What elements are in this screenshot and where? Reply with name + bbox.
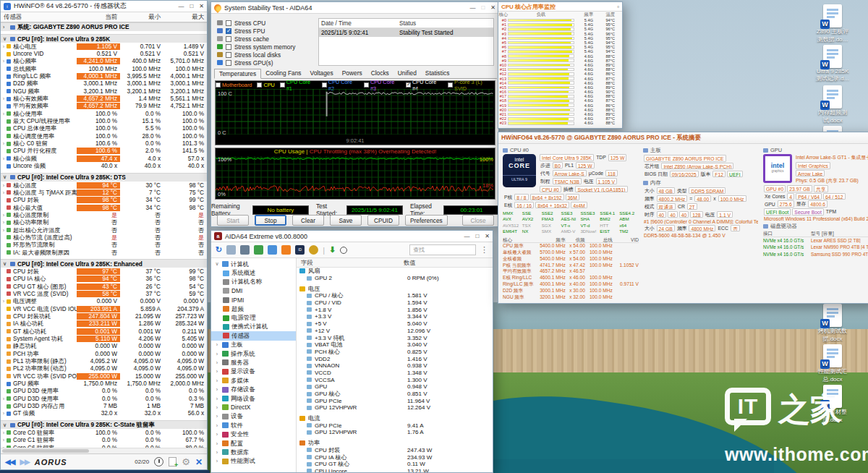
tree-item-0[interactable]: 系统概述 bbox=[211, 268, 296, 277]
gauge-icon[interactable] bbox=[309, 245, 318, 255]
legend-checkbox[interactable] bbox=[257, 82, 262, 88]
legend-item[interactable]: Motherboard bbox=[216, 82, 252, 88]
stress-option[interactable]: Stress GPU(s) bbox=[217, 59, 295, 67]
sensor-value-row[interactable]: +1.8 V1.856 V bbox=[297, 306, 493, 313]
stress-option[interactable]: Stress FPU bbox=[217, 27, 295, 35]
desktop-icon-word-doc[interactable]: WUltra 9 285K测试记录.d… bbox=[807, 45, 858, 82]
sensor-value-row[interactable]: VCCD1.348 V bbox=[297, 370, 493, 377]
cpuid-button[interactable]: CPUID bbox=[367, 215, 399, 226]
tree-item-主板[interactable]: ›主板 bbox=[211, 341, 296, 349]
legend-checkbox[interactable] bbox=[216, 82, 221, 88]
download-icon[interactable]: ⬇ bbox=[329, 245, 336, 255]
legend-item[interactable]: CPU Core #1 bbox=[280, 79, 317, 92]
sensor-value-row[interactable]: GPU PCIe9.41 A bbox=[297, 422, 493, 429]
aida64-sensor-pane[interactable]: 字段 数值 风扇GPU 20 RPM (0%)电压CPU / 核心1.581 V… bbox=[297, 258, 493, 472]
refresh-icon[interactable]: ↻ bbox=[216, 245, 222, 255]
tab-temperatures[interactable]: Temperatures bbox=[214, 69, 261, 79]
desktop-icon-word-doc[interactable]: W烤机测试数据.docx bbox=[807, 304, 858, 343]
sensor-value-row[interactable]: GPU 12VHPWR1.76 A bbox=[297, 429, 493, 436]
stop-button[interactable]: Stop bbox=[255, 215, 286, 226]
nav-forward-icon[interactable]: ▶▶ bbox=[20, 458, 29, 466]
tree-item-2[interactable]: DMI bbox=[211, 286, 296, 295]
close-icon[interactable]: ✕ bbox=[199, 3, 204, 9]
sensor-value-row[interactable]: CPU / 核心1.581 V bbox=[297, 292, 493, 299]
minimize-icon[interactable]: — bbox=[464, 233, 469, 239]
tree-item-4[interactable]: 超频 bbox=[211, 304, 296, 313]
tree-item-性能测试[interactable]: ›性能测试 bbox=[211, 457, 296, 466]
legend-checkbox[interactable] bbox=[280, 82, 285, 88]
preferences-button[interactable]: Preferences bbox=[405, 215, 448, 226]
sensor-value-row[interactable]: GPU PCIe11.964 V bbox=[297, 397, 493, 404]
stress-checkbox[interactable] bbox=[226, 36, 231, 42]
legend-checkbox[interactable] bbox=[364, 82, 369, 88]
stability-log[interactable]: Date / Time Status 2025/11/5 9:02:41Stab… bbox=[318, 18, 494, 66]
tree-item-网络设备[interactable]: ›网络设备 bbox=[211, 394, 296, 403]
aida64-titlebar[interactable]: a AIDA64 Extreme v8.00.8000 —□✕ bbox=[211, 231, 493, 242]
close-icon[interactable]: ✕ bbox=[490, 4, 495, 11]
tree-item-1[interactable]: 计算机名称 bbox=[211, 278, 296, 286]
sensor-value-row[interactable]: CPU Uncore13.21 W bbox=[297, 468, 493, 472]
stress-checkbox[interactable] bbox=[226, 28, 231, 34]
sensor-section-header[interactable]: ∨CPU [#0]: Intel Core Ultra 9 285K: Enha… bbox=[1, 259, 207, 268]
stress-option[interactable]: Stress system memory bbox=[217, 43, 295, 51]
gpu-icon[interactable] bbox=[268, 245, 277, 255]
tree-item-3[interactable]: IPMI bbox=[211, 296, 296, 304]
legend-item[interactable]: P-core 3 (L) SVID bbox=[448, 79, 495, 92]
tab-cooling-fans[interactable]: Cooling Fans bbox=[261, 69, 305, 79]
desktop-icon-word-doc[interactable]: W内存超频测试.docx bbox=[807, 85, 858, 124]
tree-item-数据库[interactable]: ›数据库 bbox=[211, 448, 296, 456]
nav-back-icon[interactable]: ◀◀ bbox=[5, 458, 14, 466]
tree-item-多媒体[interactable]: ›多媒体 bbox=[211, 376, 296, 385]
tree-item-computer[interactable]: ∨计算机 bbox=[211, 260, 296, 268]
tab-powers[interactable]: Powers bbox=[338, 69, 367, 79]
legend-item[interactable]: CPU Core #2 bbox=[322, 79, 359, 92]
sensor-value-row[interactable]: VDD21.416 V bbox=[297, 355, 493, 362]
sensor-section-header[interactable]: ∨CPU [#0]: Intel Core Ultra 9 285K: C-St… bbox=[1, 420, 207, 429]
tree-item-服务器[interactable]: ›服务器 bbox=[211, 358, 296, 367]
stress-checkbox[interactable] bbox=[226, 20, 231, 26]
hwinfo-sensor-table[interactable]: ›系统: GIGABYTE Z890 AORUS PRO ICE∨CPU [#0… bbox=[1, 22, 207, 448]
minimize-icon[interactable]: — bbox=[469, 4, 475, 11]
tab-statistics[interactable]: Statistics bbox=[421, 69, 454, 79]
sensor-value-row[interactable]: +5 V5.040 V bbox=[297, 320, 493, 328]
tree-item-安全性[interactable]: ›安全性 bbox=[211, 430, 296, 438]
stress-option[interactable]: Stress local disks bbox=[217, 51, 295, 59]
desktop-icon-word-doc[interactable]: WZ890 主板评测数据.do… bbox=[807, 4, 858, 43]
stability-titlebar[interactable]: System Stability Test - AIDA64 —□✕ bbox=[211, 2, 498, 14]
sensor-value-row[interactable]: +3.3 V3.344 V bbox=[297, 313, 493, 320]
clear-button[interactable]: Clear bbox=[292, 215, 324, 226]
save-button[interactable]: Save bbox=[330, 215, 362, 226]
hwinfo-titlebar[interactable]: i HWiNFO® 64 v8.26-5770 - 传感器状态 —□✕ bbox=[1, 1, 207, 12]
tree-item-操作系统[interactable]: ›操作系统 bbox=[211, 349, 296, 358]
sensor-value-row[interactable]: VCCSA1.300 V bbox=[297, 376, 493, 383]
sensor-value-row[interactable]: CPU / VID1.594 V bbox=[297, 299, 493, 307]
sensor-value-row[interactable]: GPU 20 RPM (0%) bbox=[297, 275, 493, 282]
legend-item[interactable]: CPU Core #3 bbox=[364, 79, 401, 92]
tree-item-软件[interactable]: ›软件 bbox=[211, 421, 296, 430]
stress-option[interactable]: Stress CPU bbox=[217, 19, 295, 27]
desktop-icon-word-doc[interactable]: W性能测试汇总.docx bbox=[807, 344, 858, 383]
tree-item-显示设备[interactable]: ›显示设备 bbox=[211, 367, 296, 376]
sensor-value-row[interactable]: GPU 核心0.851 V bbox=[297, 391, 493, 398]
stress-option[interactable]: Stress cache bbox=[217, 35, 295, 43]
core-monitor-titlebar[interactable]: CPU 核心占用率监控 ▫ bbox=[498, 2, 622, 12]
sensor-value-row[interactable]: PCH 核心0.825 V bbox=[297, 349, 493, 356]
sensor-value-row[interactable]: GPU 12VHPWR12.264 V bbox=[297, 404, 493, 412]
sensor-section-header[interactable]: ∨CPU [#0]: Intel Core Ultra 9 285K bbox=[1, 34, 207, 43]
sensor-value-row[interactable]: VNNAON0.938 V bbox=[297, 362, 493, 370]
maximize-icon[interactable]: □ bbox=[475, 233, 479, 239]
close-icon[interactable]: ✕ bbox=[485, 233, 490, 239]
stability-test-icon[interactable] bbox=[281, 245, 291, 255]
cpuid-icon[interactable]: ID bbox=[295, 245, 305, 255]
summary-titlebar[interactable]: HWiNFO64 v8.26-5770 @ GIGABYTE Z890 AORU… bbox=[498, 132, 868, 144]
legend-checkbox[interactable] bbox=[406, 82, 411, 88]
tree-item-5[interactable]: 电源管理 bbox=[211, 313, 296, 322]
tree-item-存储设备[interactable]: ›存储设备 bbox=[211, 385, 296, 393]
sensor-section-header[interactable]: ∨CPU [#0]: Intel Core Ultra 9 285K: DTS bbox=[1, 173, 207, 182]
minimize-icon[interactable]: — bbox=[178, 3, 184, 9]
cpu-icon[interactable] bbox=[240, 245, 250, 255]
stress-checkbox[interactable] bbox=[226, 52, 231, 58]
tab-clocks[interactable]: Clocks bbox=[367, 69, 393, 79]
log-row[interactable]: 2025/11/5 9:02:41Stability Test Started bbox=[319, 28, 493, 37]
stress-checkbox[interactable] bbox=[226, 60, 231, 66]
